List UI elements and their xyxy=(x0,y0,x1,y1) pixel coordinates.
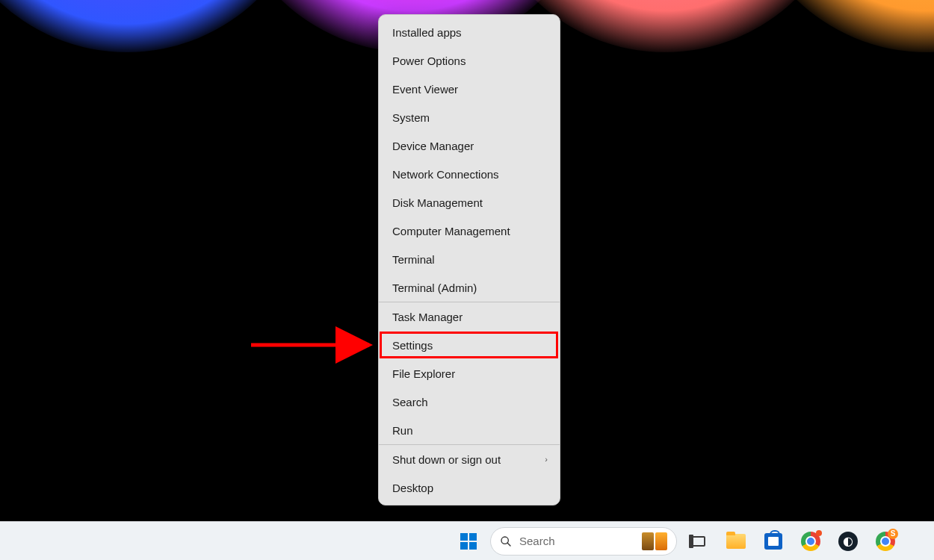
chrome-profile-button[interactable]: S xyxy=(870,526,901,557)
winx-item-network-connections[interactable]: Network Connections xyxy=(379,160,560,188)
steam-icon: ◐ xyxy=(838,532,858,551)
microsoft-store-button[interactable] xyxy=(758,526,789,557)
search-highlight-icon xyxy=(642,532,654,550)
winx-item-computer-management[interactable]: Computer Management xyxy=(379,217,560,245)
chrome-button[interactable] xyxy=(795,526,826,557)
folder-icon xyxy=(726,534,746,549)
winx-item-system[interactable]: System xyxy=(379,103,560,131)
wallpaper-blob xyxy=(0,0,314,52)
winx-item-run[interactable]: Run xyxy=(379,416,560,444)
profile-badge-icon: S xyxy=(888,529,898,539)
winx-item-search[interactable]: Search xyxy=(379,388,560,416)
winx-item-label: Terminal (Admin) xyxy=(392,281,477,294)
winx-item-label: Search xyxy=(392,396,428,408)
task-view-button[interactable] xyxy=(683,526,714,557)
winx-item-device-manager[interactable]: Device Manager xyxy=(379,131,560,160)
search-right-icons xyxy=(642,532,667,550)
winx-item-label: Task Manager xyxy=(392,311,463,323)
file-explorer-button[interactable] xyxy=(720,526,752,557)
winx-item-label: Computer Management xyxy=(392,225,510,237)
winx-item-desktop[interactable]: Desktop xyxy=(379,473,560,502)
chevron-right-icon: › xyxy=(545,455,548,464)
taskbar-search[interactable]: Search xyxy=(490,527,677,556)
winx-item-label: Shut down or sign out xyxy=(392,453,501,466)
winx-item-power-options[interactable]: Power Options xyxy=(379,46,560,75)
winx-item-terminal-admin-[interactable]: Terminal (Admin) xyxy=(379,273,560,302)
winx-item-label: Event Viewer xyxy=(392,83,458,96)
winx-item-event-viewer[interactable]: Event Viewer xyxy=(379,75,560,103)
chrome-icon xyxy=(801,532,820,551)
taskbar: Search ◐ S xyxy=(0,521,934,560)
chrome-icon: S xyxy=(876,532,895,551)
winx-item-label: Device Manager xyxy=(392,140,474,152)
notification-badge-icon xyxy=(816,530,822,536)
winx-menu: Installed appsPower OptionsEvent ViewerS… xyxy=(378,14,560,505)
winx-item-label: File Explorer xyxy=(392,367,455,380)
winx-item-task-manager[interactable]: Task Manager xyxy=(379,302,560,331)
winx-item-terminal[interactable]: Terminal xyxy=(379,245,560,273)
winx-item-label: Installed apps xyxy=(392,26,462,39)
winx-item-disk-management[interactable]: Disk Management xyxy=(379,188,560,217)
search-highlight-icon xyxy=(655,532,667,550)
winx-item-label: Network Connections xyxy=(392,168,499,181)
winx-item-settings[interactable]: Settings xyxy=(379,331,560,359)
svg-line-2 xyxy=(507,543,510,546)
winx-item-label: Terminal xyxy=(392,253,435,266)
winx-item-label: Desktop xyxy=(392,482,433,494)
winx-item-label: Run xyxy=(392,424,413,437)
start-button[interactable] xyxy=(453,526,484,557)
winx-item-label: Power Options xyxy=(392,55,466,67)
steam-button[interactable]: ◐ xyxy=(832,526,864,557)
windows-logo-icon xyxy=(460,533,477,550)
winx-item-file-explorer[interactable]: File Explorer xyxy=(379,359,560,388)
taskview-icon xyxy=(690,533,707,550)
winx-item-shut-down-or-sign-out[interactable]: Shut down or sign out› xyxy=(379,445,560,473)
winx-item-label: System xyxy=(392,111,430,124)
winx-item-label: Disk Management xyxy=(392,196,483,209)
search-placeholder: Search xyxy=(519,535,634,547)
winx-item-installed-apps[interactable]: Installed apps xyxy=(379,18,560,46)
search-icon xyxy=(500,535,512,547)
winx-item-label: Settings xyxy=(392,339,433,352)
store-icon xyxy=(764,533,782,550)
